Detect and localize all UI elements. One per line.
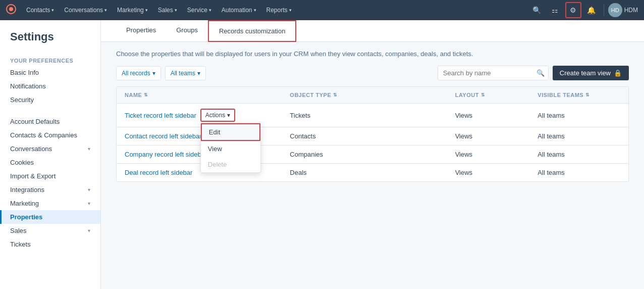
row-2-object-type: Contacts	[290, 132, 455, 140]
settings-icon-button[interactable]: ⚙	[565, 2, 581, 18]
row-4-name-link[interactable]: Deal record left sidebar	[125, 169, 192, 176]
dropdown-item-delete[interactable]: Delete	[201, 157, 260, 172]
sort-icon: ⇅	[333, 92, 338, 98]
tabs-bar: Properties Groups Records customization	[101, 20, 644, 42]
all-records-filter[interactable]: All records ▾	[116, 66, 161, 80]
page-description: Choose the properties that will be displ…	[116, 50, 629, 58]
actions-dropdown-container: Actions ▾ Edit View Delete	[200, 109, 235, 122]
chevron-down-icon: ▾	[209, 8, 211, 13]
sidebar-item-tickets[interactable]: Tickets	[0, 237, 100, 251]
chevron-down-icon: ▾	[197, 70, 200, 77]
filters-row: All records ▾ All teams ▾ 🔍 Create team …	[116, 66, 629, 80]
nav-reports[interactable]: Reports ▾	[262, 5, 296, 16]
header-visible-teams: VISIBLE TEAMS ⇅	[538, 92, 620, 98]
row-2-visible-teams: All teams	[538, 132, 620, 140]
user-label[interactable]: HDM	[624, 7, 638, 14]
table-header: NAME ⇅ OBJECT TYPE ⇅ LAYOUT ⇅ VISIBLE TE…	[117, 87, 628, 104]
sidebar-item-conversations[interactable]: Conversations ▾	[0, 142, 100, 156]
sidebar-item-properties[interactable]: Properties	[0, 210, 100, 224]
nav-conversations[interactable]: Conversations ▾	[60, 5, 111, 16]
row-3-layout: Views	[455, 151, 538, 158]
row-2-name-link[interactable]: Contact record left sidebar	[125, 132, 201, 140]
sidebar-item-contacts-companies[interactable]: Contacts & Companies	[0, 128, 100, 142]
row-3-name-link[interactable]: Company record left sidebar	[125, 151, 207, 158]
nav-right-section: 🔍 ⚏ ⚙ 🔔 HD HDM	[529, 2, 638, 18]
lock-icon: 🔒	[614, 69, 622, 77]
chevron-down-icon: ▾	[175, 8, 177, 13]
nav-automation[interactable]: Automation ▾	[218, 5, 260, 16]
chevron-down-icon: ▾	[88, 201, 90, 206]
sidebar-item-notifications[interactable]: Notifications	[0, 79, 100, 93]
dropdown-item-edit[interactable]: Edit	[201, 123, 260, 141]
all-teams-filter[interactable]: All teams ▾	[165, 66, 206, 80]
chevron-down-icon: ▾	[227, 112, 230, 119]
page-title: Settings	[0, 30, 100, 54]
row-4-object-type: Deals	[290, 169, 455, 176]
svg-point-1	[9, 7, 13, 11]
row-3-object-type: Companies	[290, 151, 455, 158]
sort-icon: ⇅	[481, 92, 486, 98]
chevron-down-icon: ▾	[152, 70, 155, 77]
search-box: 🔍	[438, 66, 549, 80]
row-1-visible-teams: All teams	[538, 112, 620, 119]
search-input[interactable]	[438, 66, 549, 80]
create-team-view-button[interactable]: Create team view 🔒	[553, 66, 629, 80]
header-layout: LAYOUT ⇅	[455, 92, 538, 98]
header-name: NAME ⇅	[125, 92, 290, 98]
sidebar-item-security[interactable]: Security	[0, 93, 100, 107]
table-row: Ticket record left sidebar Actions ▾ Edi…	[117, 104, 628, 127]
table-row: Company record left sidebar Companies Vi…	[117, 146, 628, 164]
actions-button-row-1[interactable]: Actions ▾	[200, 109, 235, 122]
nav-sales[interactable]: Sales ▾	[154, 5, 181, 16]
chevron-down-icon: ▾	[88, 146, 90, 152]
chevron-down-icon: ▾	[289, 8, 292, 13]
row-4-visible-teams: All teams	[538, 169, 620, 176]
dropdown-item-view[interactable]: View	[201, 141, 260, 157]
sort-icon: ⇅	[144, 92, 148, 98]
nav-marketing[interactable]: Marketing ▾	[113, 5, 152, 16]
main-content: Properties Groups Records customization …	[101, 20, 644, 289]
tab-properties[interactable]: Properties	[116, 20, 166, 42]
sidebar-item-marketing[interactable]: Marketing ▾	[0, 197, 100, 210]
row-1-layout: Views	[455, 112, 538, 119]
sidebar-item-account-defaults[interactable]: Account Defaults	[0, 115, 100, 128]
tab-records-customization[interactable]: Records customization	[208, 20, 297, 42]
row-1-name-link[interactable]: Ticket record left sidebar	[125, 112, 196, 119]
header-object-type: OBJECT TYPE ⇅	[290, 92, 455, 98]
row-1-object-type: Tickets	[290, 112, 455, 119]
hubspot-logo[interactable]	[6, 4, 16, 17]
table-row: Contact record left sidebar Contacts Vie…	[117, 127, 628, 146]
sidebar-item-cookies[interactable]: Cookies	[0, 156, 100, 169]
chevron-down-icon: ▾	[104, 8, 107, 13]
chevron-down-icon: ▾	[145, 8, 148, 13]
chevron-down-icon: ▾	[51, 8, 54, 13]
avatar[interactable]: HD	[608, 3, 622, 17]
tab-groups[interactable]: Groups	[166, 20, 208, 42]
nav-contacts[interactable]: Contacts ▾	[22, 5, 58, 16]
sidebar-item-integrations[interactable]: Integrations ▾	[0, 183, 100, 197]
nav-service[interactable]: Service ▾	[183, 5, 216, 16]
row-2-layout: Views	[455, 132, 538, 140]
chevron-down-icon: ▾	[254, 8, 256, 13]
sidebar-preferences-label: Your Preferences	[0, 54, 100, 66]
nav-divider	[604, 4, 604, 16]
row-1-name-cell: Ticket record left sidebar Actions ▾ Edi…	[125, 109, 290, 122]
row-4-layout: Views	[455, 169, 538, 176]
sort-icon: ⇅	[585, 92, 590, 98]
page-layout: Settings Your Preferences Basic Info Not…	[0, 20, 644, 289]
chevron-down-icon: ▾	[88, 187, 90, 192]
apps-icon-button[interactable]: ⚏	[547, 2, 563, 18]
row-3-visible-teams: All teams	[538, 151, 620, 158]
chevron-down-icon: ▾	[88, 228, 90, 233]
table-row: Deal record left sidebar Deals Views All…	[117, 164, 628, 181]
sidebar-item-sales[interactable]: Sales ▾	[0, 224, 100, 237]
records-table: NAME ⇅ OBJECT TYPE ⇅ LAYOUT ⇅ VISIBLE TE…	[116, 86, 629, 182]
top-navigation: Contacts ▾ Conversations ▾ Marketing ▾ S…	[0, 0, 644, 20]
sidebar-item-import-export[interactable]: Import & Export	[0, 169, 100, 183]
actions-dropdown-menu: Edit View Delete	[200, 123, 261, 173]
notifications-icon-button[interactable]: 🔔	[583, 2, 600, 18]
search-icon-button[interactable]: 🔍	[529, 2, 545, 18]
sidebar: Settings Your Preferences Basic Info Not…	[0, 20, 101, 289]
search-icon[interactable]: 🔍	[536, 69, 545, 77]
sidebar-item-basic-info[interactable]: Basic Info	[0, 66, 100, 79]
